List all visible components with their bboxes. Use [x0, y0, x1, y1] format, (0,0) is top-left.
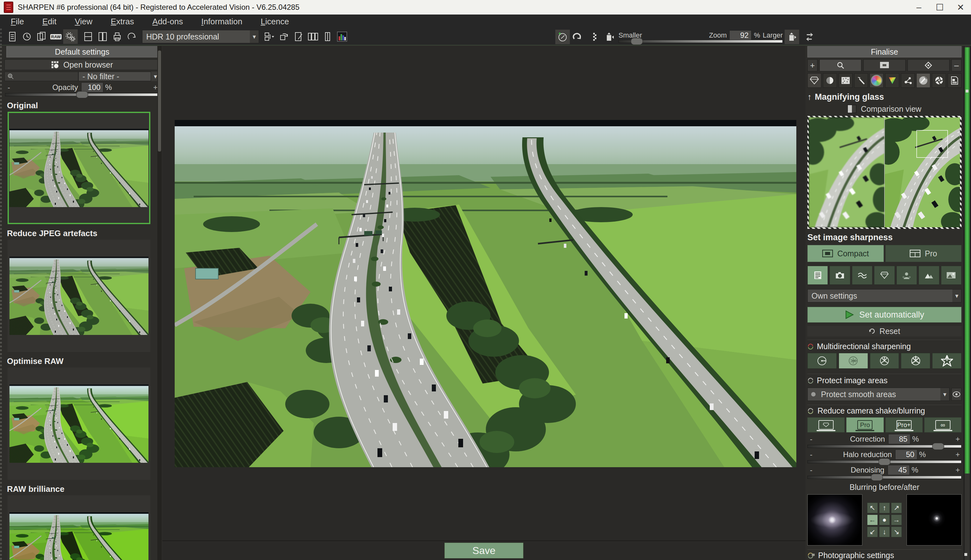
sharpness-tab-pro[interactable]: Pro [886, 245, 962, 262]
preset-filter-dropdown[interactable]: - No filter - [79, 72, 151, 81]
own-settings-dropdown[interactable]: Own settings [807, 289, 961, 302]
zoom-value-field[interactable]: 92 [729, 30, 752, 40]
reset-button[interactable]: Reset [807, 326, 961, 337]
opacity-minus[interactable]: - [5, 83, 13, 92]
pad-down[interactable]: ↓ [879, 527, 890, 537]
tool-gem[interactable] [807, 73, 821, 88]
zoom-slider-knob[interactable] [631, 38, 643, 45]
batch-processing-button[interactable] [63, 29, 78, 44]
comparison-preview[interactable] [807, 116, 961, 229]
pad-down-right[interactable]: ↘ [891, 527, 902, 537]
pad-left[interactable]: ← [867, 515, 878, 525]
raw-settings-button[interactable]: RAW [48, 29, 63, 44]
new-file-button[interactable] [5, 29, 20, 44]
chevron-down-icon[interactable] [953, 290, 961, 302]
main-image[interactable] [175, 120, 796, 467]
panel-scrollbar-thumb[interactable] [965, 47, 970, 473]
shake-tab-basic[interactable] [807, 417, 845, 432]
refresh-icon[interactable] [807, 408, 814, 414]
maximize-button[interactable]: ☐ [929, 0, 950, 15]
redo-button[interactable] [570, 30, 584, 44]
tool-contrast[interactable] [823, 73, 837, 88]
motif-photo[interactable] [941, 266, 961, 285]
motif-landscape[interactable] [919, 266, 939, 285]
correction-plus[interactable]: + [954, 435, 961, 443]
direction-5-button[interactable] [932, 353, 961, 369]
direction-4-button[interactable] [901, 353, 930, 369]
motif-gem[interactable] [874, 266, 894, 285]
finalise-panel-header[interactable]: Finalise [807, 46, 961, 57]
triple-view-button[interactable] [306, 29, 320, 44]
camera-refresh-icon[interactable] [807, 552, 815, 559]
single-view-button[interactable] [81, 29, 95, 44]
remove-tool-button[interactable]: – [951, 59, 961, 71]
refresh-icon[interactable] [807, 343, 814, 350]
preset-thumbnail-brilliance[interactable] [8, 495, 150, 560]
compare-original-button[interactable] [555, 30, 570, 44]
motif-documents[interactable] [807, 266, 828, 285]
tool-colour-space[interactable] [885, 73, 899, 88]
chevron-down-icon[interactable] [250, 30, 259, 43]
tool-brush[interactable] [916, 73, 930, 88]
layout-button[interactable] [262, 29, 277, 44]
protect-areas-dropdown[interactable]: Protect smooth areas [807, 388, 949, 401]
direction-2-button[interactable] [839, 353, 868, 369]
collapse-up-icon[interactable]: ↑ [807, 92, 812, 102]
pad-center[interactable]: ● [879, 515, 890, 525]
shake-tab-pro[interactable]: Pro [846, 417, 884, 432]
histogram-button[interactable] [335, 29, 349, 44]
denoising-slider[interactable] [807, 476, 961, 479]
open-browser-button[interactable]: Open browser [4, 59, 160, 70]
motif-portrait[interactable] [896, 266, 917, 285]
menu-edit[interactable]: Edit [42, 17, 57, 27]
presets-panel-header[interactable]: Default settings [6, 46, 158, 57]
menu-file[interactable]: File [11, 17, 24, 27]
search-tool-button[interactable] [819, 59, 861, 71]
tool-retouch[interactable] [854, 73, 868, 88]
edit-document-button[interactable] [291, 29, 306, 44]
chevron-down-icon[interactable] [940, 388, 949, 401]
denoising-value-field[interactable]: 45 [887, 465, 910, 475]
fit-larger-button[interactable] [785, 30, 799, 44]
marker-tool-button[interactable] [907, 59, 949, 71]
correction-slider-knob[interactable] [932, 443, 944, 450]
menu-view[interactable]: View [75, 17, 92, 27]
presets-scrollbar-thumb[interactable] [158, 50, 161, 152]
preset-dropdown[interactable]: HDR 10 professional [142, 30, 259, 43]
menu-information[interactable]: Information [201, 17, 242, 27]
preset-search-input[interactable] [4, 72, 79, 81]
print-button[interactable] [110, 29, 124, 44]
menu-licence[interactable]: Licence [261, 17, 289, 27]
motif-camera[interactable] [829, 266, 850, 285]
pad-up[interactable]: ↑ [879, 503, 890, 513]
halo-value-field[interactable]: 50 [895, 450, 917, 460]
scroll-handle-dot[interactable] [964, 553, 967, 556]
opacity-slider[interactable] [5, 93, 159, 96]
menu-extras[interactable]: Extras [111, 17, 134, 27]
minimize-button[interactable]: – [908, 0, 929, 15]
motif-soft[interactable] [852, 266, 872, 285]
copy-button[interactable] [34, 29, 48, 44]
correction-minus[interactable]: - [807, 435, 815, 443]
save-button[interactable]: Save [445, 543, 523, 558]
monitor-view-button[interactable] [863, 59, 905, 71]
split-view-button[interactable] [95, 29, 110, 44]
presets-scrollbar[interactable] [157, 46, 162, 560]
halo-slider-knob[interactable] [879, 458, 891, 465]
zoom-slider[interactable] [618, 40, 783, 43]
dither-preview-button[interactable] [588, 30, 602, 44]
rotate-canvas-button[interactable] [802, 30, 817, 44]
refresh-icon[interactable] [807, 378, 814, 384]
fit-smaller-button[interactable] [602, 30, 617, 44]
direction-1-button[interactable] [807, 353, 837, 369]
opacity-slider-knob[interactable] [76, 91, 88, 98]
denoising-slider-knob[interactable] [871, 474, 883, 481]
preset-thumbnail-raw[interactable] [8, 367, 150, 480]
preset-thumbnail-jpeg[interactable] [8, 240, 150, 352]
correction-value-field[interactable]: 85 [888, 434, 910, 444]
preview-mask-button[interactable] [951, 388, 961, 401]
pad-up-right[interactable]: ↗ [891, 503, 902, 513]
tool-colour-wheel[interactable] [870, 73, 884, 88]
correction-slider[interactable] [807, 445, 961, 448]
denoising-plus[interactable]: + [954, 466, 961, 475]
